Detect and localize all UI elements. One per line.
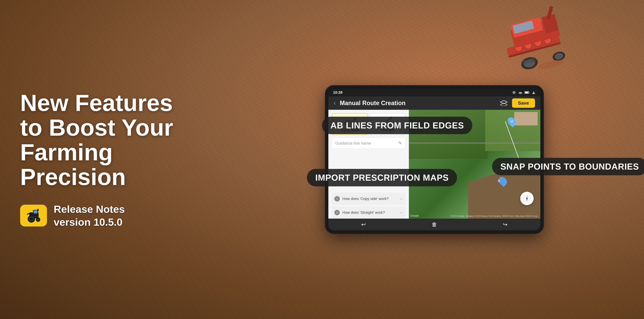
release-badge: Release Notes version 10.5.0 bbox=[20, 203, 215, 229]
info-text-straight: How does 'Straight' work? bbox=[342, 210, 396, 215]
release-notes-label: Release Notes bbox=[54, 203, 125, 216]
compass-icon bbox=[523, 194, 531, 203]
info-row-copy[interactable]: i How does 'Copy side' work? → bbox=[332, 193, 406, 205]
hero-title: New Features to Boost Your Farming Preci… bbox=[20, 91, 215, 189]
svg-point-45 bbox=[526, 198, 528, 199]
hero-title-line3: Farming Precision bbox=[20, 139, 126, 190]
svg-rect-34 bbox=[525, 92, 528, 93]
left-section: New Features to Boost Your Farming Preci… bbox=[0, 91, 235, 229]
download-icon bbox=[532, 91, 536, 94]
delete-button[interactable]: 🗑 bbox=[432, 221, 437, 228]
map-compass[interactable] bbox=[520, 192, 534, 205]
right-section: AB LINES FROM FIELD EDGES SNAP POINTS TO… bbox=[235, 86, 644, 233]
info-icon-straight: i bbox=[334, 210, 340, 215]
status-bar: 10:28 bbox=[328, 89, 540, 96]
info-arrow-straight: → bbox=[399, 210, 403, 215]
hero-title-line2: to Boost Your bbox=[20, 114, 173, 141]
save-button[interactable]: Save bbox=[512, 98, 535, 108]
map-copyright: ©2024 Google · Imagery ©2024 Maxar Techn… bbox=[450, 215, 539, 217]
ab-lines-label: AB LINES FROM FIELD EDGES bbox=[322, 117, 472, 134]
release-text: Release Notes version 10.5.0 bbox=[54, 203, 125, 229]
undo-button[interactable]: ↩ bbox=[361, 221, 366, 228]
release-version-label: version 10.5.0 bbox=[54, 216, 125, 229]
info-rows: i How does 'Copy side' work? → i How doe… bbox=[328, 193, 409, 219]
location-status-icon bbox=[512, 91, 516, 94]
toolbar-title: Manual Route Creation bbox=[340, 100, 496, 107]
svg-point-31 bbox=[520, 94, 521, 94]
layers-icon bbox=[500, 100, 508, 106]
tractor-icon-wrapper bbox=[20, 205, 47, 226]
import-maps-label: IMPORT PRESCRIPTION MAPS bbox=[307, 169, 457, 186]
info-arrow-copy: → bbox=[399, 196, 403, 201]
satellite-road bbox=[409, 142, 540, 144]
main-content: New Features to Boost Your Farming Preci… bbox=[0, 0, 644, 319]
app-toolbar: ‹ Manual Route Creation Save bbox=[328, 96, 540, 110]
back-button[interactable]: ‹ bbox=[334, 100, 336, 107]
svg-rect-20 bbox=[34, 210, 38, 213]
redo-button[interactable]: ↪ bbox=[503, 221, 508, 228]
status-icons bbox=[512, 91, 536, 94]
status-time: 10:28 bbox=[333, 90, 342, 95]
layers-button[interactable] bbox=[500, 99, 508, 107]
wifi-icon bbox=[518, 91, 522, 94]
info-text-copy: How does 'Copy side' work? bbox=[342, 197, 396, 201]
snap-points-label: SNAP POINTS TO BOUNDARIES bbox=[492, 158, 644, 175]
info-row-straight[interactable]: i How does 'Straight' work? → bbox=[332, 206, 406, 219]
info-icon-copy: i bbox=[334, 196, 340, 201]
battery-icon bbox=[524, 91, 530, 94]
svg-rect-21 bbox=[38, 209, 38, 211]
svg-rect-33 bbox=[529, 92, 529, 93]
edit-icon: ✎ bbox=[398, 141, 402, 146]
buildings-area bbox=[514, 112, 538, 125]
svg-point-30 bbox=[514, 92, 514, 93]
google-watermark: Google bbox=[410, 214, 419, 217]
bottom-toolbar: ↩ 🗑 ↪ bbox=[328, 219, 540, 230]
svg-point-26 bbox=[37, 218, 40, 221]
guidance-name-placeholder: Guidance line name bbox=[335, 141, 398, 146]
tractor-icon bbox=[24, 208, 43, 223]
hero-title-line1: New Features bbox=[20, 90, 173, 116]
svg-rect-27 bbox=[31, 216, 38, 217]
guidance-name-input[interactable]: Guidance line name ✎ bbox=[332, 138, 406, 149]
svg-point-24 bbox=[30, 218, 33, 220]
